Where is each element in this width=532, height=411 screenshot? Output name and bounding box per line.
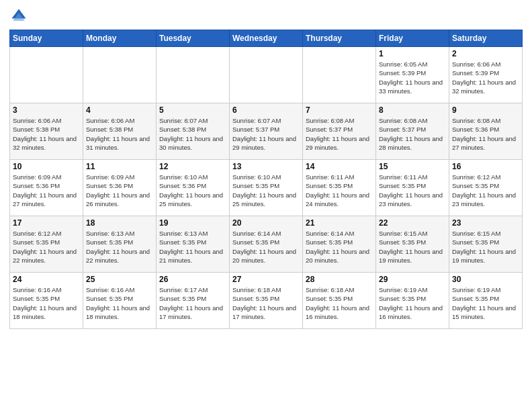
calendar-cell: 20Sunrise: 6:14 AM Sunset: 5:35 PM Dayli… bbox=[230, 216, 303, 273]
day-number: 13 bbox=[232, 162, 300, 171]
day-info: Sunrise: 6:06 AM Sunset: 5:38 PM Dayligh… bbox=[86, 116, 153, 152]
day-info: Sunrise: 6:10 AM Sunset: 5:35 PM Dayligh… bbox=[232, 173, 300, 208]
day-info: Sunrise: 6:12 AM Sunset: 5:35 PM Dayligh… bbox=[452, 173, 519, 208]
calendar-cell: 16Sunrise: 6:12 AM Sunset: 5:35 PM Dayli… bbox=[449, 160, 523, 216]
day-info: Sunrise: 6:17 AM Sunset: 5:35 PM Dayligh… bbox=[159, 285, 226, 321]
day-number: 15 bbox=[379, 162, 446, 171]
calendar-header-row: SundayMondayTuesdayWednesdayThursdayFrid… bbox=[10, 30, 523, 47]
calendar-cell: 2Sunrise: 6:06 AM Sunset: 5:39 PM Daylig… bbox=[449, 47, 523, 103]
day-info: Sunrise: 6:11 AM Sunset: 5:35 PM Dayligh… bbox=[306, 173, 373, 208]
logo-icon bbox=[9, 7, 28, 26]
calendar-cell: 25Sunrise: 6:16 AM Sunset: 5:35 PM Dayli… bbox=[83, 273, 157, 329]
calendar-cell: 10Sunrise: 6:09 AM Sunset: 5:36 PM Dayli… bbox=[10, 160, 83, 216]
day-number: 16 bbox=[452, 162, 519, 171]
day-number: 7 bbox=[306, 105, 373, 115]
day-info: Sunrise: 6:10 AM Sunset: 5:36 PM Dayligh… bbox=[159, 173, 226, 208]
day-number: 18 bbox=[86, 218, 153, 228]
calendar-cell: 28Sunrise: 6:18 AM Sunset: 5:35 PM Dayli… bbox=[303, 273, 376, 329]
day-number: 10 bbox=[13, 162, 80, 171]
calendar-cell: 14Sunrise: 6:11 AM Sunset: 5:35 PM Dayli… bbox=[303, 160, 376, 216]
calendar-cell: 9Sunrise: 6:08 AM Sunset: 5:36 PM Daylig… bbox=[449, 103, 523, 160]
day-number: 28 bbox=[306, 275, 373, 284]
calendar-cell: 24Sunrise: 6:16 AM Sunset: 5:35 PM Dayli… bbox=[10, 273, 83, 329]
day-number: 19 bbox=[159, 218, 226, 228]
calendar-day-header: Monday bbox=[83, 30, 157, 47]
calendar-cell: 22Sunrise: 6:15 AM Sunset: 5:35 PM Dayli… bbox=[376, 216, 449, 273]
day-number: 1 bbox=[379, 49, 446, 58]
day-info: Sunrise: 6:16 AM Sunset: 5:35 PM Dayligh… bbox=[13, 285, 80, 321]
day-info: Sunrise: 6:05 AM Sunset: 5:39 PM Dayligh… bbox=[379, 60, 446, 95]
calendar-cell: 3Sunrise: 6:06 AM Sunset: 5:38 PM Daylig… bbox=[10, 103, 83, 160]
day-info: Sunrise: 6:19 AM Sunset: 5:35 PM Dayligh… bbox=[379, 285, 446, 321]
calendar-cell: 8Sunrise: 6:08 AM Sunset: 5:37 PM Daylig… bbox=[376, 103, 449, 160]
day-info: Sunrise: 6:06 AM Sunset: 5:38 PM Dayligh… bbox=[13, 116, 80, 152]
day-info: Sunrise: 6:18 AM Sunset: 5:35 PM Dayligh… bbox=[306, 285, 373, 321]
calendar-cell: 4Sunrise: 6:06 AM Sunset: 5:38 PM Daylig… bbox=[83, 103, 157, 160]
day-info: Sunrise: 6:06 AM Sunset: 5:39 PM Dayligh… bbox=[452, 60, 519, 95]
logo bbox=[9, 7, 31, 26]
calendar-day-header: Friday bbox=[376, 30, 449, 47]
header bbox=[9, 7, 523, 26]
day-number: 6 bbox=[232, 105, 300, 115]
day-info: Sunrise: 6:18 AM Sunset: 5:35 PM Dayligh… bbox=[232, 285, 300, 321]
page: SundayMondayTuesdayWednesdayThursdayFrid… bbox=[0, 0, 532, 411]
day-number: 12 bbox=[159, 162, 226, 171]
calendar-cell bbox=[303, 47, 376, 103]
day-number: 9 bbox=[452, 105, 519, 115]
day-number: 4 bbox=[86, 105, 153, 115]
day-number: 11 bbox=[86, 162, 153, 171]
day-info: Sunrise: 6:14 AM Sunset: 5:35 PM Dayligh… bbox=[306, 229, 373, 265]
day-number: 5 bbox=[159, 105, 226, 115]
calendar-cell: 18Sunrise: 6:13 AM Sunset: 5:35 PM Dayli… bbox=[83, 216, 157, 273]
calendar-cell: 19Sunrise: 6:13 AM Sunset: 5:35 PM Dayli… bbox=[157, 216, 230, 273]
day-number: 3 bbox=[13, 105, 80, 115]
day-info: Sunrise: 6:09 AM Sunset: 5:36 PM Dayligh… bbox=[86, 173, 153, 208]
day-info: Sunrise: 6:16 AM Sunset: 5:35 PM Dayligh… bbox=[86, 285, 153, 321]
day-number: 20 bbox=[232, 218, 300, 228]
calendar-cell: 21Sunrise: 6:14 AM Sunset: 5:35 PM Dayli… bbox=[303, 216, 376, 273]
day-number: 14 bbox=[306, 162, 373, 171]
calendar-week-row: 17Sunrise: 6:12 AM Sunset: 5:35 PM Dayli… bbox=[10, 216, 523, 273]
day-info: Sunrise: 6:09 AM Sunset: 5:36 PM Dayligh… bbox=[13, 173, 80, 208]
calendar-cell: 15Sunrise: 6:11 AM Sunset: 5:35 PM Dayli… bbox=[376, 160, 449, 216]
calendar-cell bbox=[157, 47, 230, 103]
calendar-cell: 1Sunrise: 6:05 AM Sunset: 5:39 PM Daylig… bbox=[376, 47, 449, 103]
calendar-cell: 30Sunrise: 6:19 AM Sunset: 5:35 PM Dayli… bbox=[449, 273, 523, 329]
day-number: 2 bbox=[452, 49, 519, 58]
day-number: 17 bbox=[13, 218, 80, 228]
day-info: Sunrise: 6:15 AM Sunset: 5:35 PM Dayligh… bbox=[452, 229, 519, 265]
calendar-cell: 6Sunrise: 6:07 AM Sunset: 5:37 PM Daylig… bbox=[230, 103, 303, 160]
calendar-cell: 29Sunrise: 6:19 AM Sunset: 5:35 PM Dayli… bbox=[376, 273, 449, 329]
calendar-cell bbox=[230, 47, 303, 103]
day-info: Sunrise: 6:11 AM Sunset: 5:35 PM Dayligh… bbox=[379, 173, 446, 208]
calendar-cell: 12Sunrise: 6:10 AM Sunset: 5:36 PM Dayli… bbox=[157, 160, 230, 216]
day-info: Sunrise: 6:13 AM Sunset: 5:35 PM Dayligh… bbox=[86, 229, 153, 265]
day-info: Sunrise: 6:07 AM Sunset: 5:37 PM Dayligh… bbox=[232, 116, 300, 152]
calendar-cell bbox=[10, 47, 83, 103]
day-number: 23 bbox=[452, 218, 519, 228]
day-info: Sunrise: 6:08 AM Sunset: 5:36 PM Dayligh… bbox=[452, 116, 519, 152]
calendar-day-header: Thursday bbox=[303, 30, 376, 47]
day-info: Sunrise: 6:08 AM Sunset: 5:37 PM Dayligh… bbox=[306, 116, 373, 152]
calendar-cell bbox=[83, 47, 157, 103]
day-info: Sunrise: 6:08 AM Sunset: 5:37 PM Dayligh… bbox=[379, 116, 446, 152]
day-number: 29 bbox=[379, 275, 446, 284]
calendar-cell: 26Sunrise: 6:17 AM Sunset: 5:35 PM Dayli… bbox=[157, 273, 230, 329]
day-number: 25 bbox=[86, 275, 153, 284]
day-info: Sunrise: 6:07 AM Sunset: 5:38 PM Dayligh… bbox=[159, 116, 226, 152]
calendar-week-row: 3Sunrise: 6:06 AM Sunset: 5:38 PM Daylig… bbox=[10, 103, 523, 160]
day-number: 22 bbox=[379, 218, 446, 228]
day-info: Sunrise: 6:12 AM Sunset: 5:35 PM Dayligh… bbox=[13, 229, 80, 265]
day-info: Sunrise: 6:13 AM Sunset: 5:35 PM Dayligh… bbox=[159, 229, 226, 265]
calendar-cell: 17Sunrise: 6:12 AM Sunset: 5:35 PM Dayli… bbox=[10, 216, 83, 273]
calendar-cell: 13Sunrise: 6:10 AM Sunset: 5:35 PM Dayli… bbox=[230, 160, 303, 216]
day-number: 26 bbox=[159, 275, 226, 284]
calendar-week-row: 24Sunrise: 6:16 AM Sunset: 5:35 PM Dayli… bbox=[10, 273, 523, 329]
calendar-week-row: 10Sunrise: 6:09 AM Sunset: 5:36 PM Dayli… bbox=[10, 160, 523, 216]
day-info: Sunrise: 6:14 AM Sunset: 5:35 PM Dayligh… bbox=[232, 229, 300, 265]
day-number: 30 bbox=[452, 275, 519, 284]
day-number: 21 bbox=[306, 218, 373, 228]
calendar-week-row: 1Sunrise: 6:05 AM Sunset: 5:39 PM Daylig… bbox=[10, 47, 523, 103]
day-info: Sunrise: 6:19 AM Sunset: 5:35 PM Dayligh… bbox=[452, 285, 519, 321]
calendar-day-header: Saturday bbox=[449, 30, 523, 47]
